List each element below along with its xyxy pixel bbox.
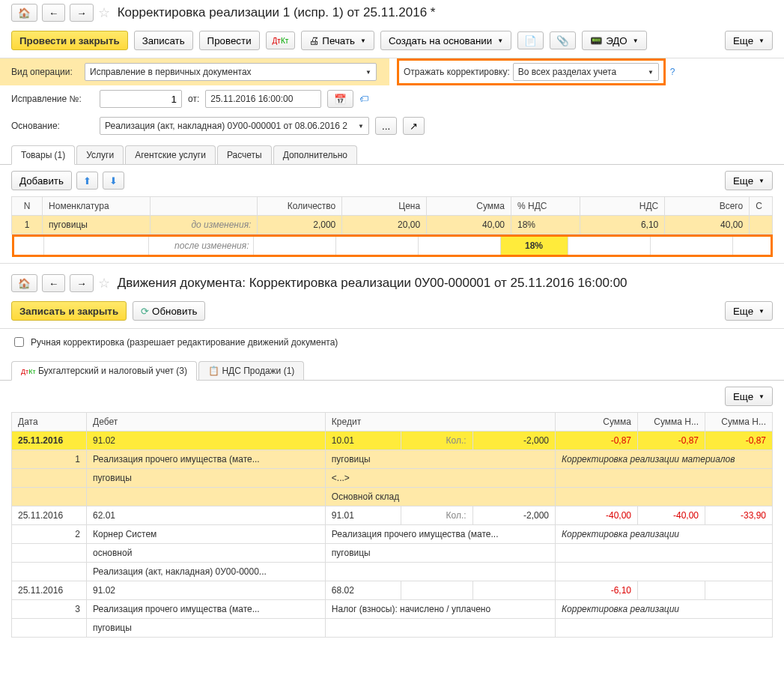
- back-button[interactable]: ←: [42, 4, 65, 22]
- create-based-on-button[interactable]: Создать на основании▼: [380, 31, 511, 50]
- more-button-3[interactable]: Еще▼: [725, 301, 773, 321]
- movement-row-detail: 3 Реализация прочего имущества (мате... …: [12, 600, 773, 619]
- correction-no-label: Исправление №:: [11, 94, 94, 104]
- operation-type-select[interactable]: Исправление в первичных документах▼: [85, 63, 377, 81]
- home-button[interactable]: 🏠: [11, 4, 37, 22]
- movement-row[interactable]: 25.11.2016 62.01 91.01 Кол.: -2,000 -40,…: [12, 506, 773, 525]
- manual-edit-checkbox[interactable]: [14, 337, 24, 347]
- document-icon-button[interactable]: 📄: [517, 31, 544, 49]
- goods-tabs: Товары (1) Услуги Агентские услуги Расче…: [0, 139, 784, 165]
- attachment-button[interactable]: 📎: [550, 31, 576, 49]
- open-basis-button[interactable]: ↗: [403, 117, 425, 135]
- edo-button[interactable]: 📟 ЭДО▼: [582, 31, 646, 50]
- manual-edit-label: Ручная корректировка (разрешает редактир…: [31, 337, 338, 348]
- page-title: Корректировка реализации 1 (испр. 1) от …: [118, 5, 436, 20]
- favorite-star-icon-2[interactable]: ☆: [98, 275, 110, 291]
- print-button[interactable]: 🖨 Печать▼: [301, 31, 374, 50]
- page-title-2: Движения документа: Корректировка реализ…: [118, 276, 627, 291]
- save-button[interactable]: Записать: [134, 31, 193, 50]
- calendar-button[interactable]: 📅: [327, 90, 353, 108]
- add-row-button[interactable]: Добавить: [11, 171, 72, 190]
- more-button-2[interactable]: Еще▼: [725, 171, 773, 190]
- movement-row-detail: Основной склад: [12, 488, 773, 506]
- movement-row-detail: Реализация (акт, накладная) 0У00-0000...: [12, 563, 773, 581]
- movement-row-detail: 2 Корнер Систем Реализация прочего имуще…: [12, 525, 773, 544]
- help-icon[interactable]: ?: [670, 67, 675, 77]
- forward-button[interactable]: →: [70, 4, 93, 22]
- movement-row-detail: 1 Реализация прочего имущества (мате... …: [12, 450, 773, 469]
- forward-button-2[interactable]: →: [70, 274, 93, 292]
- favorite-star-icon[interactable]: ☆: [98, 4, 110, 21]
- movement-row-detail: основной пуговицы: [12, 544, 773, 563]
- basis-label: Основание:: [11, 121, 94, 131]
- tab-services[interactable]: Услуги: [76, 145, 124, 164]
- movements-table: Дата Дебет Кредит Сумма Сумма Н... Сумма…: [11, 412, 773, 638]
- home-button-2[interactable]: 🏠: [11, 274, 37, 292]
- table-row-after[interactable]: после изменения: 18%: [12, 234, 773, 258]
- goods-table: N Номенклатура Количество Цена Сумма % Н…: [11, 196, 773, 257]
- status-flag-icon: 🏷: [359, 94, 368, 104]
- refresh-button[interactable]: ⟳ Обновить: [133, 301, 205, 321]
- move-down-button[interactable]: ⬇: [103, 172, 124, 190]
- post-button[interactable]: Провести: [199, 31, 260, 50]
- tab-calculations[interactable]: Расчеты: [217, 145, 272, 164]
- correction-no-input[interactable]: [100, 90, 182, 108]
- movements-tabs: ДтКт Бухгалтерский и налоговый учет (3) …: [0, 355, 784, 381]
- post-and-close-button[interactable]: Провести и закрыть: [11, 31, 128, 50]
- movement-row-detail: пуговицы: [12, 619, 773, 638]
- basis-input[interactable]: Реализация (акт, накладная) 0У00-000001 …: [100, 117, 369, 135]
- movement-row[interactable]: 25.11.2016 91.02 68.02 -6,10: [12, 581, 773, 600]
- ellipsis-button[interactable]: ...: [375, 117, 397, 135]
- back-button-2[interactable]: ←: [42, 274, 65, 292]
- tab-goods[interactable]: Товары (1): [11, 145, 75, 165]
- movement-row[interactable]: 25.11.2016 91.02 10.01 Кол.: -2,000 -0,8…: [12, 432, 773, 450]
- dt-kt-button[interactable]: ДтКт: [266, 31, 296, 49]
- move-up-button[interactable]: ⬆: [76, 172, 98, 190]
- more-button[interactable]: Еще▼: [725, 31, 773, 50]
- more-button-4[interactable]: Еще▼: [725, 387, 773, 406]
- movement-row-detail: пуговицы <...>: [12, 469, 773, 488]
- from-label: от:: [188, 94, 199, 104]
- tab-additional[interactable]: Дополнительно: [273, 145, 357, 164]
- tab-accounting[interactable]: ДтКт Бухгалтерский и налоговый учет (3): [11, 361, 197, 381]
- tab-vat-sales[interactable]: 📋 НДС Продажи (1): [198, 361, 304, 380]
- correction-date-input[interactable]: 25.11.2016 16:00:00: [205, 90, 321, 108]
- table-row[interactable]: 1 пуговицы до изменения: 2,000 20,00 40,…: [12, 216, 773, 234]
- operation-type-label: Вид операции:: [11, 67, 79, 77]
- tab-agent-services[interactable]: Агентские услуги: [125, 145, 216, 164]
- reflect-label: Отражать корректировку:: [404, 67, 510, 77]
- save-and-close-button[interactable]: Записать и закрыть: [11, 301, 127, 321]
- reflect-select[interactable]: Во всех разделах учета▼: [513, 63, 659, 81]
